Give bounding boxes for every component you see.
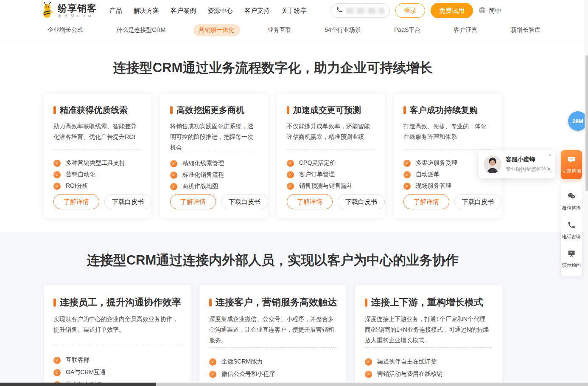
presentation-icon bbox=[567, 249, 576, 259]
learn-more-button[interactable]: 了解详情 bbox=[170, 194, 216, 209]
check-icon: ✓ bbox=[53, 171, 61, 178]
wechat-icon bbox=[567, 192, 576, 203]
login-button[interactable]: 登录 bbox=[395, 3, 425, 18]
main-nav: 产品 解决方案 客户案例 资源中心 客户支持 关于纷享 bbox=[109, 7, 307, 15]
check-icon: ✓ bbox=[170, 160, 177, 167]
wechat-consult-label: 微信咨询 bbox=[562, 205, 581, 211]
subnav-item-industry-scenarios[interactable]: 54个行业场景 bbox=[319, 24, 367, 36]
phone-icon bbox=[567, 221, 576, 231]
horizontal-scrollbar-thumb[interactable] bbox=[0, 383, 156, 386]
bullet-item: ✓精细化线索管理 bbox=[170, 160, 258, 167]
card-description: 打造高效、便捷、专业的一体化在线服务管理和体系 bbox=[403, 121, 492, 142]
feature-card-deals: 加速成交更可预测 不仅能提升成单效率，还能智能评估商机赢率，精准预测业绩 ✓CP… bbox=[277, 94, 385, 218]
download-whitepaper-button[interactable]: 下载白皮书 bbox=[338, 194, 385, 209]
title-accent-bar bbox=[53, 299, 56, 307]
nav-item-products[interactable]: 产品 bbox=[109, 7, 122, 15]
dashed-divider bbox=[209, 347, 336, 348]
card-title-text: 精准获得优质线索 bbox=[60, 104, 128, 116]
bullet-item: ✓ROI分析 bbox=[53, 182, 142, 190]
bullet-item: ✓微信公众号和小程序 bbox=[209, 370, 336, 378]
agent-avatar bbox=[484, 155, 501, 173]
demo-booking-label: 演示预约 bbox=[562, 262, 581, 268]
check-icon: ✓ bbox=[403, 183, 411, 190]
title-accent-bar bbox=[403, 106, 406, 114]
language-label: 简中 bbox=[489, 7, 501, 15]
check-icon: ✓ bbox=[53, 369, 61, 376]
contact-toolbar: 微信咨询 电话咨询 演示预约 bbox=[561, 183, 582, 276]
download-whitepaper-button[interactable]: 下载白皮书 bbox=[104, 194, 151, 209]
bullet-item: ✓互联客群 bbox=[53, 356, 181, 364]
section2-title: 连接型CRM通过连接内外部人员，实现以客户为中心的业务协作 bbox=[44, 251, 502, 269]
bee-icon bbox=[40, 1, 55, 20]
learn-more-button[interactable]: 了解详情 bbox=[287, 194, 333, 209]
language-selector[interactable]: 简中 bbox=[479, 6, 501, 15]
horizontal-scrollbar-track[interactable] bbox=[0, 383, 588, 386]
subnav-item-what-is-crm[interactable]: 什么是连接型CRM bbox=[111, 24, 171, 36]
dashed-divider bbox=[403, 149, 492, 150]
close-icon[interactable]: × bbox=[549, 152, 552, 158]
title-accent-bar bbox=[170, 106, 173, 114]
connect-card-supply-chain: 连接上下游，重构增长模式 深度连接上下游业务，打通1个厂家和N个代理商/经销商的… bbox=[355, 285, 502, 386]
subnav-item-growth-formula[interactable]: 企业增长公式 bbox=[42, 24, 89, 36]
card-title-text: 连接上下游，重构增长模式 bbox=[371, 296, 483, 309]
card-description: 实现以客户为中心的企业内全员高效业务协作，提升销售、渠道打单效率。 bbox=[53, 314, 181, 338]
agent-tagline: 专业顾问帮您解答问题... bbox=[506, 166, 551, 173]
card-title-text: 加速成交更可预测 bbox=[293, 104, 361, 116]
secondary-nav: 企业增长公式 什么是连接型CRM 营销服一体化 业务互联 54个行业场景 Paa… bbox=[42, 20, 546, 40]
bullet-item: ✓营销活动与费用在线核销 bbox=[365, 370, 492, 378]
bullet-item: ✓渠道伙伴自主在线订货 bbox=[365, 358, 492, 366]
section1-title: 连接型CRM通过业务流程数字化，助力企业可持续增长 bbox=[44, 59, 502, 77]
subnav-item-growth-thinktank[interactable]: 新增长智库 bbox=[505, 24, 546, 36]
nav-item-solutions[interactable]: 解决方案 bbox=[134, 7, 159, 15]
subnav-item-testimonials[interactable]: 客户证言 bbox=[448, 24, 483, 36]
download-whitepaper-button[interactable]: 下载白皮书 bbox=[454, 194, 501, 209]
subnav-item-paas[interactable]: PaaS平台 bbox=[389, 24, 426, 36]
card-description: 深度连接上下游业务，打通1个厂家和N个代理商/经销商的1+N业务连接模式，可通过… bbox=[365, 314, 492, 340]
bullet-item: ✓销售预测与销售漏斗 bbox=[287, 182, 375, 190]
vertical-scrollbar-thumb[interactable] bbox=[585, 55, 588, 191]
bullet-item: ✓企微SCRM能力 bbox=[209, 358, 336, 366]
subnav-item-business-interconnect[interactable]: 业务互联 bbox=[262, 24, 297, 36]
check-icon: ✓ bbox=[170, 172, 177, 179]
connect-card-employees: 连接员工，提升沟通协作效率 实现以客户为中心的企业内全员高效业务协作，提升销售、… bbox=[44, 285, 190, 386]
card-title-text: 客户成功持续复购 bbox=[410, 104, 478, 116]
free-trial-button[interactable]: 免费试用 bbox=[431, 3, 473, 18]
check-icon: ✓ bbox=[403, 171, 411, 178]
bullet-item: ✓OA与CRM互通 bbox=[53, 369, 181, 376]
nav-item-cases[interactable]: 客户案例 bbox=[171, 7, 196, 15]
bullet-item: ✓CPQ灵活定价 bbox=[287, 159, 375, 167]
vertical-scrollbar-track[interactable] bbox=[585, 0, 588, 386]
nav-item-about[interactable]: 关于纷享 bbox=[281, 7, 307, 15]
learn-more-button[interactable]: 了解详情 bbox=[53, 194, 99, 209]
customer-service-popup[interactable]: 客服小蜜蜂 专业顾问帮您解答问题... × bbox=[479, 150, 555, 178]
card-title-text: 连接员工，提升沟通协作效率 bbox=[60, 296, 181, 309]
nav-item-resources[interactable]: 资源中心 bbox=[207, 7, 233, 15]
phone-consult-item[interactable]: 电话咨询 bbox=[561, 216, 582, 245]
bullet-item: ✓现场服务管理 bbox=[403, 182, 492, 190]
feature-card-leads: 精准获得优质线索 助力高效率获取线索、智能差异化潜客培育、优化广告提升ROI ✓… bbox=[44, 94, 151, 218]
logo[interactable]: 纷享销客 连 接 型 C R M bbox=[40, 1, 97, 20]
nav-item-support[interactable]: 客户支持 bbox=[244, 7, 270, 15]
bullet-item: ✓商机作战地图 bbox=[170, 183, 258, 190]
card-title-text: 高效挖掘更多商机 bbox=[176, 104, 244, 116]
chat-bubble-icon bbox=[567, 155, 576, 166]
dashed-divider bbox=[53, 346, 181, 346]
demo-booking-item[interactable]: 演示预约 bbox=[561, 245, 582, 273]
download-whitepaper-button[interactable]: 下载白皮书 bbox=[221, 194, 268, 209]
phone-consult-label: 电话咨询 bbox=[562, 234, 581, 240]
bullet-item: ✓营销自动化 bbox=[53, 171, 142, 178]
learn-more-button[interactable]: 了解详情 bbox=[403, 194, 449, 209]
check-icon: ✓ bbox=[287, 171, 294, 178]
check-icon: ✓ bbox=[170, 183, 177, 190]
card-description: 不仅能提升成单效率，还能智能评估商机赢率，精准预测业绩 bbox=[287, 121, 375, 142]
title-accent-bar bbox=[287, 106, 289, 114]
dashed-divider bbox=[170, 150, 258, 150]
wechat-consult-item[interactable]: 微信咨询 bbox=[561, 187, 582, 216]
subnav-item-marketing-sales-service[interactable]: 营销服一体化 bbox=[193, 24, 240, 36]
bullet-item: ✓多种营销类型工具支持 bbox=[53, 159, 142, 167]
globe-icon bbox=[479, 6, 486, 15]
card-title-text: 连接客户，营销服务高效触达 bbox=[216, 296, 337, 309]
logo-name: 纷享销客 bbox=[58, 4, 97, 13]
consult-now-button[interactable]: 立即咨询 bbox=[561, 150, 582, 179]
check-icon: ✓ bbox=[365, 371, 372, 378]
